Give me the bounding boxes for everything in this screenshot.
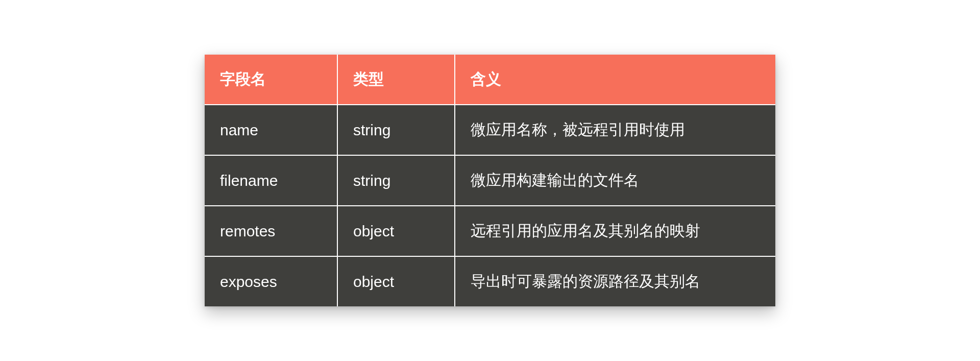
cell-field: exposes bbox=[205, 256, 337, 306]
table-row: filename string 微应用构建输出的文件名 bbox=[205, 155, 775, 206]
table-row: name string 微应用名称，被远程引用时使用 bbox=[205, 105, 775, 155]
cell-desc: 导出时可暴露的资源路径及其别名 bbox=[455, 256, 775, 306]
config-fields-table-wrapper: 字段名 类型 含义 name string 微应用名称，被远程引用时使用 fil… bbox=[205, 55, 775, 306]
cell-field: filename bbox=[205, 155, 337, 206]
table-header-row: 字段名 类型 含义 bbox=[205, 55, 775, 105]
table-row: remotes object 远程引用的应用名及其别名的映射 bbox=[205, 206, 775, 256]
header-field: 字段名 bbox=[205, 55, 337, 105]
cell-type: object bbox=[337, 206, 455, 256]
header-type: 类型 bbox=[337, 55, 455, 105]
cell-field: remotes bbox=[205, 206, 337, 256]
cell-type: object bbox=[337, 256, 455, 306]
cell-field: name bbox=[205, 105, 337, 155]
cell-desc: 微应用名称，被远程引用时使用 bbox=[455, 105, 775, 155]
cell-type: string bbox=[337, 155, 455, 206]
cell-desc: 远程引用的应用名及其别名的映射 bbox=[455, 206, 775, 256]
config-fields-table: 字段名 类型 含义 name string 微应用名称，被远程引用时使用 fil… bbox=[205, 55, 775, 306]
table-row: exposes object 导出时可暴露的资源路径及其别名 bbox=[205, 256, 775, 306]
cell-type: string bbox=[337, 105, 455, 155]
cell-desc: 微应用构建输出的文件名 bbox=[455, 155, 775, 206]
header-desc: 含义 bbox=[455, 55, 775, 105]
